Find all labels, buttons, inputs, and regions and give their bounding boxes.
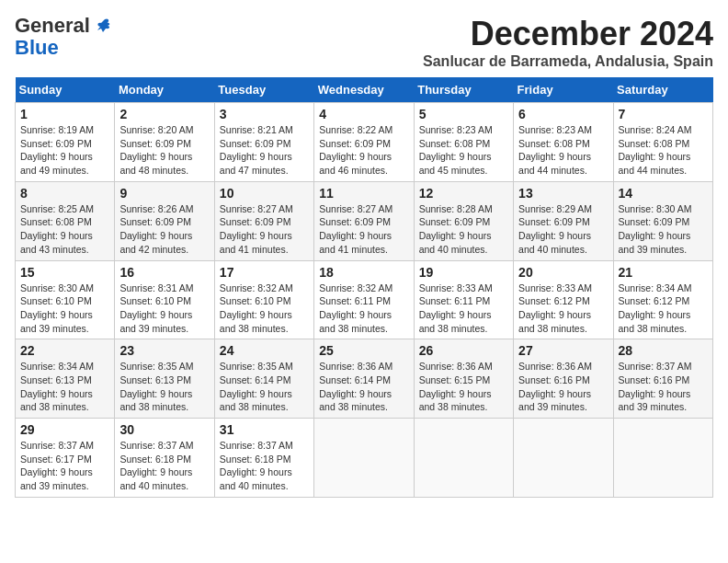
day-number: 27: [518, 343, 608, 358]
day-info: Sunrise: 8:21 AMSunset: 6:09 PMDaylight:…: [220, 124, 293, 176]
day-number: 24: [220, 343, 309, 358]
calendar-cell: 11 Sunrise: 8:27 AMSunset: 6:09 PMDaylig…: [314, 181, 414, 260]
day-number: 7: [619, 107, 708, 121]
calendar-week-row: 29 Sunrise: 8:37 AMSunset: 6:17 PMDaylig…: [16, 419, 713, 498]
day-info: Sunrise: 8:27 AMSunset: 6:09 PMDaylight:…: [220, 203, 293, 255]
day-number: 29: [20, 422, 109, 437]
day-info: Sunrise: 8:25 AMSunset: 6:08 PMDaylight:…: [20, 203, 94, 255]
calendar-cell: 13 Sunrise: 8:29 AMSunset: 6:09 PMDaylig…: [514, 181, 613, 260]
day-number: 11: [319, 186, 408, 201]
day-number: 2: [119, 107, 209, 121]
calendar-cell: [613, 419, 712, 498]
calendar-cell: 17 Sunrise: 8:32 AMSunset: 6:10 PMDaylig…: [214, 260, 313, 339]
calendar-cell: 27 Sunrise: 8:36 AMSunset: 6:16 PMDaylig…: [514, 339, 613, 419]
day-info: Sunrise: 8:34 AMSunset: 6:13 PMDaylight:…: [20, 361, 94, 412]
calendar-cell: 5 Sunrise: 8:23 AMSunset: 6:08 PMDayligh…: [414, 103, 513, 182]
day-info: Sunrise: 8:37 AMSunset: 6:16 PMDaylight:…: [619, 361, 692, 412]
day-number: 17: [220, 265, 309, 280]
calendar-cell: 12 Sunrise: 8:28 AMSunset: 6:09 PMDaylig…: [414, 181, 513, 260]
day-number: 3: [220, 107, 309, 121]
day-number: 21: [619, 265, 708, 280]
day-number: 12: [419, 186, 508, 201]
calendar-cell: [514, 419, 613, 498]
calendar-week-row: 1 Sunrise: 8:19 AMSunset: 6:09 PMDayligh…: [16, 103, 713, 182]
day-info: Sunrise: 8:23 AMSunset: 6:08 PMDaylight:…: [419, 124, 493, 176]
day-number: 23: [119, 343, 209, 358]
day-number: 1: [20, 107, 109, 121]
calendar-cell: 28 Sunrise: 8:37 AMSunset: 6:16 PMDaylig…: [613, 339, 712, 419]
day-info: Sunrise: 8:26 AMSunset: 6:09 PMDaylight:…: [119, 203, 193, 255]
day-info: Sunrise: 8:31 AMSunset: 6:10 PMDaylight:…: [119, 282, 193, 334]
day-info: Sunrise: 8:30 AMSunset: 6:10 PMDaylight:…: [20, 282, 94, 334]
day-info: Sunrise: 8:19 AMSunset: 6:09 PMDaylight:…: [20, 124, 94, 176]
calendar-cell: 3 Sunrise: 8:21 AMSunset: 6:09 PMDayligh…: [214, 103, 313, 182]
calendar-cell: 22 Sunrise: 8:34 AMSunset: 6:13 PMDaylig…: [16, 339, 115, 419]
day-number: 9: [119, 186, 209, 201]
day-number: 4: [319, 107, 408, 121]
day-number: 5: [419, 107, 508, 121]
day-info: Sunrise: 8:37 AMSunset: 6:17 PMDaylight:…: [20, 440, 94, 491]
calendar-cell: 23 Sunrise: 8:35 AMSunset: 6:13 PMDaylig…: [115, 339, 214, 419]
calendar-cell: [314, 419, 414, 498]
day-info: Sunrise: 8:20 AMSunset: 6:09 PMDaylight:…: [119, 124, 193, 176]
calendar-cell: 2 Sunrise: 8:20 AMSunset: 6:09 PMDayligh…: [115, 103, 214, 182]
calendar-week-row: 22 Sunrise: 8:34 AMSunset: 6:13 PMDaylig…: [16, 339, 713, 419]
location-title: Sanlucar de Barrameda, Andalusia, Spain: [423, 53, 713, 70]
calendar-title-area: December 2024 Sanlucar de Barrameda, And…: [423, 15, 713, 70]
calendar-cell: 8 Sunrise: 8:25 AMSunset: 6:08 PMDayligh…: [16, 181, 115, 260]
weekday-header-row: SundayMondayTuesdayWednesdayThursdayFrid…: [16, 77, 713, 103]
calendar-cell: 9 Sunrise: 8:26 AMSunset: 6:09 PMDayligh…: [115, 181, 214, 260]
logo-blue-text: Blue: [15, 37, 59, 59]
weekday-header-monday: Monday: [115, 77, 214, 103]
calendar-cell: 10 Sunrise: 8:27 AMSunset: 6:09 PMDaylig…: [214, 181, 313, 260]
day-info: Sunrise: 8:23 AMSunset: 6:08 PMDaylight:…: [518, 124, 592, 176]
calendar-week-row: 15 Sunrise: 8:30 AMSunset: 6:10 PMDaylig…: [16, 260, 713, 339]
day-info: Sunrise: 8:36 AMSunset: 6:16 PMDaylight:…: [518, 361, 592, 412]
day-info: Sunrise: 8:29 AMSunset: 6:09 PMDaylight:…: [518, 203, 592, 255]
day-info: Sunrise: 8:35 AMSunset: 6:14 PMDaylight:…: [220, 361, 293, 412]
day-info: Sunrise: 8:36 AMSunset: 6:15 PMDaylight:…: [419, 361, 493, 412]
day-number: 13: [518, 186, 608, 201]
calendar-cell: 21 Sunrise: 8:34 AMSunset: 6:12 PMDaylig…: [613, 260, 712, 339]
day-number: 28: [619, 343, 708, 358]
calendar-cell: [414, 419, 513, 498]
day-info: Sunrise: 8:30 AMSunset: 6:09 PMDaylight:…: [619, 203, 692, 255]
day-number: 16: [119, 265, 209, 280]
weekday-header-sunday: Sunday: [16, 77, 115, 103]
day-info: Sunrise: 8:27 AMSunset: 6:09 PMDaylight:…: [319, 203, 392, 255]
calendar-cell: 19 Sunrise: 8:33 AMSunset: 6:11 PMDaylig…: [414, 260, 513, 339]
weekday-header-wednesday: Wednesday: [314, 77, 414, 103]
day-info: Sunrise: 8:28 AMSunset: 6:09 PMDaylight:…: [419, 203, 493, 255]
day-number: 10: [220, 186, 309, 201]
calendar-cell: 16 Sunrise: 8:31 AMSunset: 6:10 PMDaylig…: [115, 260, 214, 339]
weekday-header-friday: Friday: [514, 77, 613, 103]
calendar-table: SundayMondayTuesdayWednesdayThursdayFrid…: [15, 77, 713, 498]
month-title: December 2024: [423, 15, 713, 53]
calendar-cell: 4 Sunrise: 8:22 AMSunset: 6:09 PMDayligh…: [314, 103, 414, 182]
calendar-cell: 20 Sunrise: 8:33 AMSunset: 6:12 PMDaylig…: [514, 260, 613, 339]
day-info: Sunrise: 8:33 AMSunset: 6:12 PMDaylight:…: [518, 282, 592, 334]
calendar-cell: 26 Sunrise: 8:36 AMSunset: 6:15 PMDaylig…: [414, 339, 513, 419]
calendar-cell: 25 Sunrise: 8:36 AMSunset: 6:14 PMDaylig…: [314, 339, 414, 419]
weekday-header-saturday: Saturday: [613, 77, 712, 103]
logo: General Blue: [15, 15, 112, 59]
day-number: 26: [419, 343, 508, 358]
calendar-week-row: 8 Sunrise: 8:25 AMSunset: 6:08 PMDayligh…: [16, 181, 713, 260]
calendar-cell: 18 Sunrise: 8:32 AMSunset: 6:11 PMDaylig…: [314, 260, 414, 339]
page-header: General Blue December 2024 Sanlucar de B…: [15, 15, 713, 70]
day-number: 14: [619, 186, 708, 201]
calendar-cell: 15 Sunrise: 8:30 AMSunset: 6:10 PMDaylig…: [16, 260, 115, 339]
day-info: Sunrise: 8:22 AMSunset: 6:09 PMDaylight:…: [319, 124, 392, 176]
day-info: Sunrise: 8:33 AMSunset: 6:11 PMDaylight:…: [419, 282, 493, 334]
calendar-cell: 24 Sunrise: 8:35 AMSunset: 6:14 PMDaylig…: [214, 339, 313, 419]
logo-general-text: General: [15, 15, 90, 37]
calendar-cell: 30 Sunrise: 8:37 AMSunset: 6:18 PMDaylig…: [115, 419, 214, 498]
calendar-cell: 7 Sunrise: 8:24 AMSunset: 6:08 PMDayligh…: [613, 103, 712, 182]
weekday-header-thursday: Thursday: [414, 77, 513, 103]
day-info: Sunrise: 8:32 AMSunset: 6:10 PMDaylight:…: [220, 282, 293, 334]
weekday-header-tuesday: Tuesday: [214, 77, 313, 103]
day-info: Sunrise: 8:37 AMSunset: 6:18 PMDaylight:…: [220, 440, 293, 491]
day-number: 6: [518, 107, 608, 121]
calendar-cell: 14 Sunrise: 8:30 AMSunset: 6:09 PMDaylig…: [613, 181, 712, 260]
day-number: 20: [518, 265, 608, 280]
